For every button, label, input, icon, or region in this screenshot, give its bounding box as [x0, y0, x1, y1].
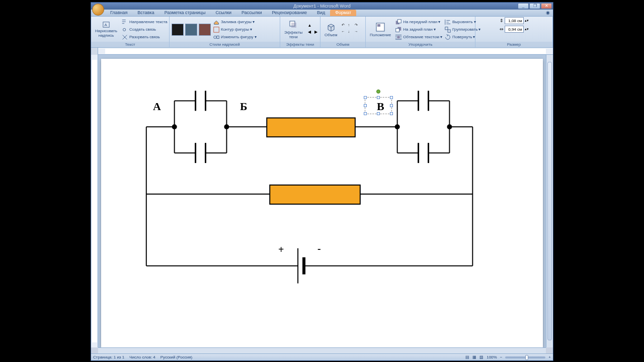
ruler-horizontal[interactable]	[91, 48, 553, 55]
bring-front-button[interactable]: На передний план ▾	[395, 19, 442, 26]
text-direction-button[interactable]: Направление текста	[121, 19, 168, 26]
change-shape-button[interactable]: Изменить фигуру ▾	[213, 34, 257, 41]
svg-rect-2	[214, 27, 219, 32]
close-button[interactable]: ✕	[541, 3, 552, 9]
position-button[interactable]: Положение	[368, 21, 393, 38]
shadow-nudge-up[interactable]: ▲	[306, 23, 312, 29]
link-icon	[121, 26, 128, 33]
resize-w[interactable]	[364, 104, 367, 107]
ruler-vertical[interactable]	[91, 55, 98, 347]
resistor-middle[interactable]	[270, 185, 360, 204]
view-web-icon[interactable]: ▧	[479, 355, 484, 359]
tab-home[interactable]: Главная	[105, 10, 132, 16]
scrollbar-vertical[interactable]	[546, 55, 553, 347]
resize-se[interactable]	[390, 112, 393, 115]
width-field[interactable]: ⇔▴▾	[500, 26, 529, 33]
outline-icon	[213, 26, 220, 33]
3d-tilt-6[interactable]: →	[355, 30, 361, 36]
resize-nw[interactable]	[364, 96, 367, 99]
rotate-handle[interactable]	[376, 89, 380, 94]
tab-review[interactable]: Рецензирование	[267, 10, 312, 16]
fill-icon	[213, 19, 220, 26]
cube-icon	[326, 22, 336, 32]
style-swatch-1[interactable]	[172, 24, 184, 36]
label-B: Б	[240, 100, 248, 113]
textbox-icon: A	[103, 21, 110, 28]
draw-textbox-button[interactable]: A Нарисовать надпись	[93, 20, 119, 39]
send-back-button[interactable]: На задний план ▾	[395, 26, 442, 33]
wrap-icon	[395, 34, 402, 41]
resistor-top[interactable]	[267, 118, 355, 137]
minimize-button[interactable]: _	[518, 3, 529, 9]
tab-view[interactable]: Вид	[312, 10, 330, 16]
rotate-icon	[444, 34, 451, 41]
svg-rect-14	[445, 27, 448, 29]
align-icon	[444, 19, 451, 26]
width-icon: ⇔	[500, 27, 504, 32]
shadow-effects-button[interactable]: Эффекты тени	[282, 19, 304, 40]
zoom-slider[interactable]	[505, 356, 545, 358]
group-arrange-label: Упорядочить	[366, 42, 475, 47]
svg-point-38	[172, 124, 177, 129]
3d-tilt-2[interactable]: ↑	[348, 23, 354, 29]
shape-fill-button[interactable]: Заливка фигуры ▾	[213, 19, 257, 26]
selected-textbox[interactable]	[365, 97, 392, 114]
text-wrap-button[interactable]: Обтекание текстом ▾	[395, 34, 442, 41]
change-shape-icon	[213, 34, 220, 41]
3d-tilt-1[interactable]: ↶	[342, 23, 348, 29]
statusbar: Страница: 1 из 1 Число слов: 4 Русский (…	[91, 353, 553, 360]
shadow-nudge-right[interactable]: ▶	[313, 30, 319, 36]
shape-outline-button[interactable]: Контур фигуры ▾	[213, 26, 257, 33]
style-swatch-3[interactable]	[199, 24, 211, 36]
svg-rect-13	[397, 36, 400, 38]
ribbon-tabs: Главная Вставка Разметка страницы Ссылки…	[91, 10, 553, 17]
status-page: Страница: 1 из 1	[93, 355, 124, 359]
height-field[interactable]: ⇕▴▾	[500, 17, 529, 24]
scrollbar-horizontal[interactable]	[98, 347, 546, 353]
view-fullread-icon[interactable]: ▦	[472, 355, 476, 359]
style-swatch-2[interactable]	[185, 24, 197, 36]
maximize-button[interactable]: ❐	[529, 3, 540, 9]
tab-layout[interactable]: Разметка страницы	[159, 10, 211, 16]
label-minus: -	[317, 243, 321, 254]
status-lang: Русский (Россия)	[160, 355, 192, 359]
shadow-icon	[288, 20, 298, 30]
resize-e[interactable]	[390, 104, 393, 107]
3d-tilt-3[interactable]: ↷	[355, 23, 361, 29]
app-window: Документ1 - Microsoft Word _ ❐ ✕ Главная…	[91, 2, 553, 361]
resize-ne[interactable]	[390, 96, 393, 99]
create-link-button[interactable]: Создать связь	[121, 26, 168, 33]
svg-rect-10	[398, 19, 401, 23]
label-plus: +	[278, 244, 284, 255]
3d-tilt-4[interactable]: ←	[342, 30, 348, 36]
svg-rect-6	[291, 23, 296, 28]
document-page[interactable]: А Б В + -	[101, 59, 543, 347]
position-icon	[375, 22, 385, 32]
svg-rect-8	[377, 24, 380, 27]
ribbon: A Нарисовать надпись Направление текста …	[91, 17, 553, 48]
office-button[interactable]	[92, 4, 104, 16]
status-words: Число слов: 4	[129, 355, 155, 359]
shadow-nudge-left[interactable]: ◀	[306, 30, 312, 36]
svg-point-52	[395, 124, 400, 129]
tab-mailings[interactable]: Рассылки	[236, 10, 267, 16]
tab-format[interactable]: Формат	[330, 10, 356, 16]
view-printlayout-icon[interactable]: ▤	[465, 355, 469, 359]
unlink-icon	[121, 34, 128, 41]
resize-n[interactable]	[377, 96, 380, 99]
tab-insert[interactable]: Вставка	[132, 10, 159, 16]
help-icon[interactable]: ◉	[543, 10, 553, 16]
svg-point-3	[214, 36, 216, 38]
svg-point-53	[447, 124, 452, 129]
zoom-in-button[interactable]: +	[548, 355, 551, 359]
svg-rect-12	[396, 28, 399, 32]
resize-s[interactable]	[377, 112, 380, 115]
zoom-out-button[interactable]: −	[500, 355, 503, 359]
group-shadow-label: Эффекты тени	[280, 42, 320, 47]
3d-effects-button[interactable]: Объем	[323, 21, 340, 38]
resize-sw[interactable]	[364, 112, 367, 115]
3d-tilt-5[interactable]: ↓	[348, 30, 354, 36]
tab-references[interactable]: Ссылки	[210, 10, 236, 16]
zoom-value[interactable]: 100%	[487, 355, 497, 359]
break-link-button[interactable]: Разорвать связь	[121, 34, 168, 41]
